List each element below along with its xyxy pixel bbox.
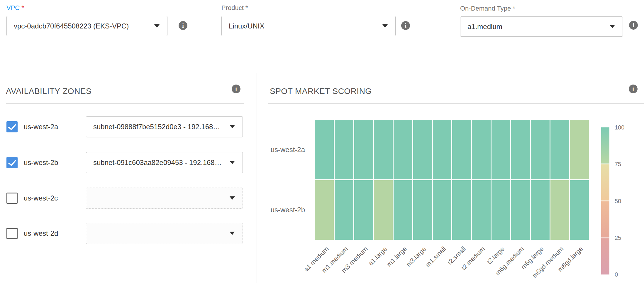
on-demand-type-select[interactable]: a1.medium: [460, 16, 623, 37]
heatmap-cell[interactable]: [472, 180, 491, 240]
heatmap-cell[interactable]: [452, 180, 471, 240]
heatmap-cell[interactable]: [433, 120, 452, 179]
vpc-info-icon[interactable]: i: [179, 21, 187, 30]
zone-checkbox-us-west-2b[interactable]: [6, 157, 18, 168]
availability-zones-title: AVAILABILITY ZONES: [6, 87, 91, 96]
heatmap-cell[interactable]: [315, 180, 334, 240]
spot-market-scoring-title: SPOT MARKET SCORING: [270, 87, 372, 96]
heatmap-cell[interactable]: [550, 120, 569, 179]
vpc-select[interactable]: vpc-0adcb70f645508223 (EKS-VPC): [6, 16, 167, 36]
heatmap-column-label: m3.large: [405, 245, 428, 268]
legend-gradient-segment: [601, 201, 609, 237]
subnet-select-value: subnet-091c603aa82e09453 - 192.168…: [93, 159, 222, 167]
product-info-icon[interactable]: i: [401, 21, 410, 30]
heatmap-cell[interactable]: [492, 180, 510, 240]
heatmap-cell[interactable]: [511, 180, 530, 240]
heatmap-cell[interactable]: [550, 180, 569, 240]
heatmap-cell[interactable]: [570, 180, 589, 240]
heatmap-cell[interactable]: [394, 180, 412, 240]
legend-tick-label: 25: [615, 235, 621, 241]
heatmap-cell[interactable]: [354, 180, 373, 240]
zone-row-us-west-2b: us-west-2b subnet-091c603aa82e09453 - 19…: [6, 152, 244, 173]
section-vertical-divider: [257, 73, 257, 283]
heatmap-cell[interactable]: [452, 120, 471, 179]
chevron-down-icon: [230, 125, 235, 128]
legend-tick-label: 50: [615, 198, 621, 204]
chevron-down-icon: [230, 161, 235, 164]
subnet-select-us-west-2a[interactable]: subnet-09888f7be5152d0e3 - 192.168…: [86, 116, 243, 137]
chevron-down-icon: [610, 25, 615, 28]
heatmap-column-label: a1.large: [367, 245, 389, 267]
on-demand-type-info-icon[interactable]: i: [629, 21, 638, 30]
heatmap-cell[interactable]: [354, 120, 373, 179]
zone-checkbox-us-west-2d[interactable]: [6, 228, 18, 239]
spot-market-scoring-info-icon[interactable]: i: [629, 85, 638, 93]
heatmap-cell[interactable]: [511, 120, 530, 179]
subnet-select-us-west-2d[interactable]: [86, 223, 243, 244]
vpc-label-text: VPC: [6, 4, 20, 11]
legend-gradient-segment: [601, 238, 609, 274]
product-field: Product* Linux/UNIX: [221, 4, 396, 36]
chevron-down-icon: [230, 232, 235, 235]
heatmap-cell[interactable]: [315, 120, 334, 179]
heatmap-cell[interactable]: [413, 120, 432, 179]
heatmap-cell[interactable]: [570, 120, 589, 179]
heatmap-cell[interactable]: [472, 120, 491, 179]
product-required-marker: *: [245, 4, 248, 11]
subnet-select-value: subnet-09888f7be5152d0e3 - 192.168…: [93, 123, 220, 131]
subnet-select-us-west-2b[interactable]: subnet-091c603aa82e09453 - 192.168…: [86, 152, 243, 173]
legend-tick-label: 100: [615, 124, 624, 131]
zone-row-us-west-2c: us-west-2c: [6, 188, 244, 209]
heatmap-cell[interactable]: [394, 120, 412, 179]
heatmap-row-label: us-west-2b: [264, 180, 305, 240]
availability-zones-divider: [6, 103, 244, 104]
heatmap-column-label: m1.large: [385, 245, 409, 268]
legend-tick-label: 0: [615, 271, 618, 278]
heatmap-legend-ticks: 1007550250: [615, 127, 638, 274]
zone-checkbox-us-west-2a[interactable]: [6, 121, 18, 132]
legend-gradient-segment: [601, 127, 609, 164]
chevron-down-icon: [382, 24, 388, 28]
spot-market-scoring-divider: [268, 103, 644, 104]
zone-label-us-west-2a: us-west-2a: [24, 116, 58, 137]
heatmap-column-label: m1.small: [424, 245, 448, 269]
zone-row-us-west-2d: us-west-2d: [6, 223, 244, 244]
zone-checkbox-us-west-2c[interactable]: [6, 193, 18, 204]
spot-configuration-page: VPC* vpc-0adcb70f645508223 (EKS-VPC) i P…: [0, 0, 644, 283]
vpc-required-marker: *: [21, 4, 24, 11]
product-label-text: Product: [221, 4, 244, 11]
legend-gradient-segment: [601, 164, 609, 201]
heatmap-cell[interactable]: [531, 180, 550, 240]
chevron-down-icon: [230, 196, 235, 200]
heatmap-grid: [315, 120, 589, 240]
chevron-down-icon: [154, 24, 160, 28]
vpc-select-value: vpc-0adcb70f645508223 (EKS-VPC): [14, 22, 129, 30]
vpc-label: VPC*: [6, 4, 167, 12]
product-label: Product*: [221, 4, 396, 12]
heatmap-cell[interactable]: [433, 180, 452, 240]
zone-label-us-west-2c: us-west-2c: [24, 188, 58, 209]
heatmap-column-labels: a1.mediumm1.mediumm3.mediuma1.largem1.la…: [315, 245, 589, 283]
heatmap-legend: [601, 127, 609, 274]
zone-label-us-west-2d: us-west-2d: [24, 223, 58, 244]
zone-row-us-west-2a: us-west-2a subnet-09888f7be5152d0e3 - 19…: [6, 116, 244, 137]
heatmap-cell[interactable]: [335, 180, 353, 240]
on-demand-type-label-text: On-Demand Type: [460, 5, 511, 12]
legend-tick-label: 75: [615, 161, 621, 167]
heatmap-cell[interactable]: [413, 180, 432, 240]
heatmap-cell[interactable]: [335, 120, 353, 179]
product-select[interactable]: Linux/UNIX: [221, 16, 396, 36]
heatmap-cell[interactable]: [492, 120, 510, 179]
heatmap-cell[interactable]: [531, 120, 550, 179]
heatmap-row-labels: us-west-2aus-west-2b: [264, 120, 305, 240]
on-demand-type-select-value: a1.medium: [467, 23, 502, 31]
subnet-select-us-west-2c[interactable]: [86, 188, 243, 209]
on-demand-type-required-marker: *: [513, 5, 515, 12]
heatmap-cell[interactable]: [374, 120, 393, 179]
heatmap-row-label: us-west-2a: [264, 120, 305, 180]
availability-zones-info-icon[interactable]: i: [232, 85, 240, 93]
on-demand-type-field: On-Demand Type* a1.medium: [460, 5, 623, 37]
zone-label-us-west-2b: us-west-2b: [24, 152, 58, 173]
heatmap-cell[interactable]: [374, 180, 393, 240]
vpc-field: VPC* vpc-0adcb70f645508223 (EKS-VPC): [6, 4, 167, 36]
